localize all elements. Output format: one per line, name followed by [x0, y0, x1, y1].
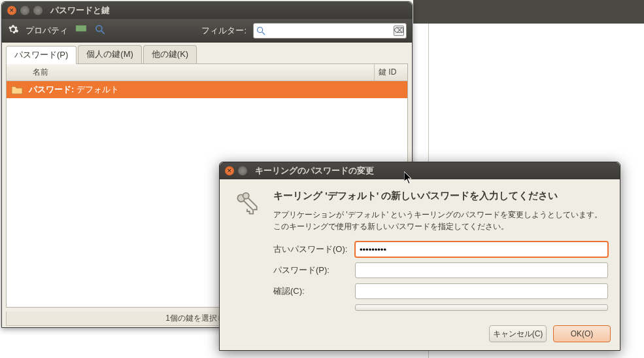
gear-icon[interactable] [7, 24, 19, 37]
background-window-top [413, 0, 644, 24]
change-password-dialog: ✕ キーリングのパスワードの変更 キーリング 'デフォルト' の新しいパスワード… [219, 162, 620, 351]
cancel-button[interactable]: キャンセル(C) [489, 325, 547, 342]
close-icon[interactable]: ✕ [7, 6, 16, 15]
close-icon[interactable]: ✕ [225, 166, 234, 175]
ok-button[interactable]: OK(O) [553, 325, 611, 342]
filter-search-wrap: ⌫ [253, 23, 407, 39]
dialog-description: アプリケーションが 'デフォルト' というキーリングのパスワードを変更しようとし… [273, 209, 608, 232]
filter-label: フィルター: [201, 25, 246, 37]
confirm-password-label: 確認(C): [273, 285, 355, 297]
svg-rect-1 [79, 32, 84, 34]
folder-icon [10, 84, 24, 95]
search-icon [256, 26, 266, 36]
tab-bar: パスワード(P) 個人の鍵(M) 他の鍵(K) [2, 43, 412, 63]
keys-icon [231, 190, 263, 311]
list-header: 名前 鍵 ID [7, 64, 407, 81]
tab-personal-keys[interactable]: 個人の鍵(M) [78, 45, 142, 63]
main-toolbar: プロパティ フィルター: ⌫ [2, 19, 412, 43]
confirm-password-input[interactable] [355, 283, 608, 299]
tab-other-keys[interactable]: 他の鍵(K) [143, 45, 197, 63]
svg-rect-0 [76, 25, 87, 31]
dialog-button-row: キャンセル(C) OK(O) [220, 320, 620, 350]
properties-label[interactable]: プロパティ [25, 25, 68, 37]
svg-line-5 [262, 32, 265, 35]
column-name[interactable]: 名前 [7, 64, 375, 81]
minimize-icon[interactable] [20, 6, 29, 15]
svg-point-4 [258, 27, 263, 32]
main-window-title: パスワードと鍵 [50, 5, 110, 16]
list-item[interactable]: パスワード: デフォルト [7, 81, 407, 98]
monitor-icon[interactable] [75, 24, 88, 37]
row-label: パスワード: デフォルト [29, 84, 119, 96]
password-strength-bar [355, 304, 608, 311]
dialog-title: キーリングのパスワードの変更 [255, 165, 374, 177]
new-password-label: パスワード(P): [273, 264, 355, 276]
dialog-titlebar[interactable]: ✕ キーリングのパスワードの変更 [220, 162, 620, 179]
dialog-heading: キーリング 'デフォルト' の新しいパスワードを入力してください [273, 190, 608, 202]
minimize-icon[interactable] [238, 166, 247, 175]
svg-line-3 [101, 31, 105, 34]
search-icon[interactable] [94, 24, 106, 37]
filter-input[interactable] [253, 23, 407, 39]
new-password-input[interactable] [355, 262, 608, 278]
maximize-icon[interactable] [33, 6, 42, 15]
tab-passwords[interactable]: パスワード(P) [6, 46, 76, 64]
svg-point-2 [96, 26, 102, 31]
old-password-label: 古いパスワード(O): [273, 243, 355, 255]
old-password-input[interactable] [355, 242, 608, 257]
main-titlebar[interactable]: ✕ パスワードと鍵 [2, 2, 412, 19]
clear-icon[interactable]: ⌫ [394, 26, 404, 36]
dialog-body: キーリング 'デフォルト' の新しいパスワードを入力してください アプリケーショ… [220, 179, 620, 320]
column-key-id[interactable]: 鍵 ID [375, 64, 407, 81]
